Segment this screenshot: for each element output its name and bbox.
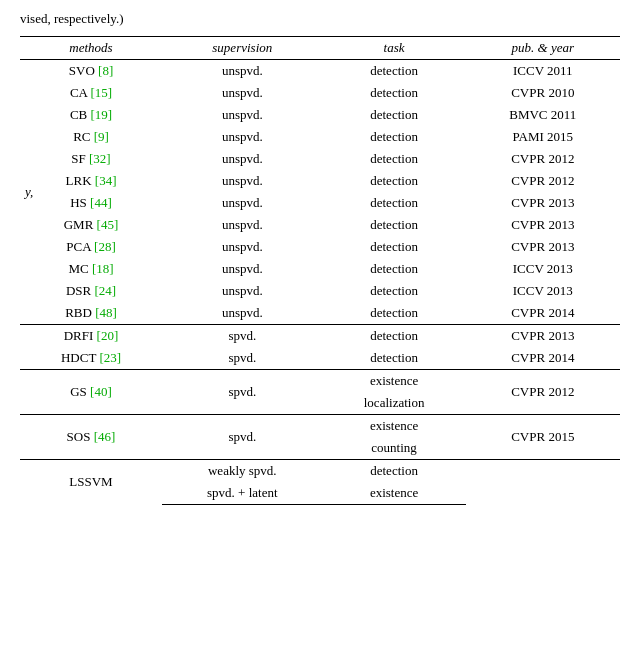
table-row: GS [40] spvd. existence CVPR 2012 xyxy=(20,370,620,393)
table-row: GMR [45] unspvd. detection CVPR 2013 xyxy=(20,214,620,236)
table-row: CA [15] unspvd. detection CVPR 2010 xyxy=(20,82,620,104)
table-row: MC [18] unspvd. detection ICCV 2013 xyxy=(20,258,620,280)
intro-text: vised, respectively.) xyxy=(20,10,620,28)
table-row: SOS [46] spvd. existence CVPR 2015 xyxy=(20,415,620,438)
col-header-pub: pub. & year xyxy=(466,37,620,60)
table-row: HS [44] unspvd. detection CVPR 2013 xyxy=(20,192,620,214)
col-header-supervision: supervision xyxy=(162,37,323,60)
table-row: LSSVM weakly spvd. detection xyxy=(20,460,620,483)
methods-table: methods supervision task pub. & year SVO… xyxy=(20,36,620,505)
table-row: HDCT [23] spvd. detection CVPR 2014 xyxy=(20,347,620,370)
table-row: DSR [24] unspvd. detection ICCV 2013 xyxy=(20,280,620,302)
table-row: RBD [48] unspvd. detection CVPR 2014 xyxy=(20,302,620,325)
table-row: CB [19] unspvd. detection BMVC 2011 xyxy=(20,104,620,126)
table-row: LRK [34] unspvd. detection CVPR 2012 xyxy=(20,170,620,192)
col-header-methods: methods xyxy=(20,37,162,60)
y-label: y, xyxy=(25,184,33,200)
page-container: vised, respectively.) y, methods supervi… xyxy=(20,10,620,505)
table-row: SVO [8] unspvd. detection ICCV 2011 xyxy=(20,60,620,83)
table-row: RC [9] unspvd. detection PAMI 2015 xyxy=(20,126,620,148)
table-row: PCA [28] unspvd. detection CVPR 2013 xyxy=(20,236,620,258)
col-header-task: task xyxy=(323,37,466,60)
table-row: DRFI [20] spvd. detection CVPR 2013 xyxy=(20,325,620,348)
table-row: SF [32] unspvd. detection CVPR 2012 xyxy=(20,148,620,170)
